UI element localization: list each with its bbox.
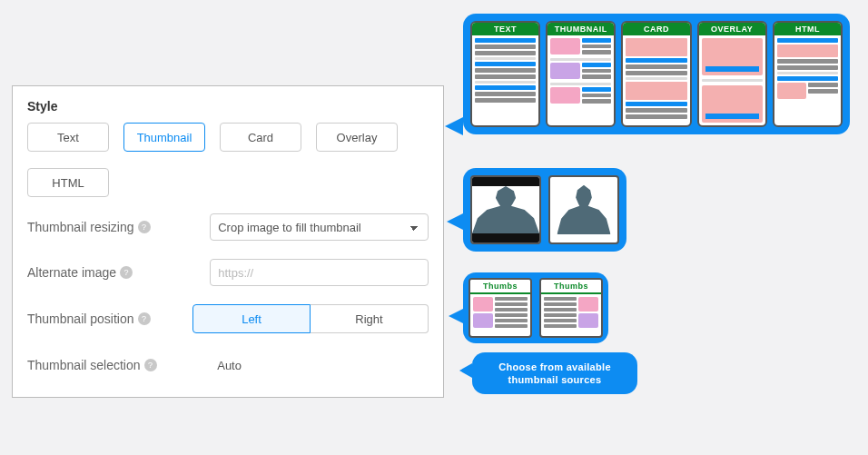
thumbnail-resizing-row: Thumbnail resizing ? Crop image to fill …	[27, 213, 429, 241]
preview-text: TEXT	[470, 21, 540, 127]
position-right-button[interactable]: Right	[311, 304, 429, 333]
style-button-row: Text Thumbnail Card Overlay	[27, 123, 429, 152]
help-icon[interactable]: ?	[138, 312, 151, 325]
style-config-panel: Style Text Thumbnail Card Overlay HTML T…	[12, 85, 444, 398]
thumbnail-selection-label: Thumbnail selection ?	[27, 358, 210, 372]
selection-callout-text: Choose from available thumbnail sources	[481, 361, 628, 387]
selection-callout: Choose from available thumbnail sources	[472, 352, 637, 394]
thumbnail-selection-value[interactable]	[210, 351, 429, 379]
thumbnail-position-row: Thumbnail position ? Left Right	[27, 304, 429, 333]
alternate-image-label: Alternate image ?	[27, 265, 210, 280]
alternate-image-row: Alternate image ?	[27, 259, 429, 286]
thumbnail-position-label: Thumbnail position ?	[27, 312, 192, 326]
style-preview-callout: TEXT THUMBNAIL CARD OVERLAY	[463, 14, 850, 134]
section-title: Style	[27, 99, 429, 114]
help-icon[interactable]: ?	[120, 266, 133, 279]
thumbnail-selection-row: Thumbnail selection ?	[27, 351, 429, 379]
style-option-card[interactable]: Card	[220, 123, 301, 152]
preview-thumbnail: THUMBNAIL	[546, 21, 616, 127]
resizing-preview-callout	[463, 168, 626, 252]
fit-preview	[548, 175, 619, 244]
style-option-overlay[interactable]: Overlay	[316, 123, 398, 152]
thumb-left-preview: Thumbs	[469, 278, 532, 338]
style-button-row-2: HTML	[27, 168, 429, 197]
help-icon[interactable]: ?	[144, 359, 157, 371]
preview-html: HTML	[773, 21, 843, 127]
position-preview-callout: Thumbs Thumbs	[463, 272, 608, 343]
help-icon[interactable]: ?	[138, 221, 151, 233]
thumbnail-position-group: Left Right	[192, 304, 429, 333]
thumbnail-resizing-label: Thumbnail resizing ?	[27, 220, 210, 234]
preview-card: CARD	[621, 21, 691, 127]
crop-preview	[470, 175, 541, 244]
thumbnail-resizing-select[interactable]: Crop image to fill thumbnail	[210, 213, 429, 241]
style-option-text[interactable]: Text	[27, 123, 109, 152]
style-option-html[interactable]: HTML	[27, 168, 109, 197]
style-option-thumbnail[interactable]: Thumbnail	[123, 123, 205, 152]
position-left-button[interactable]: Left	[192, 304, 311, 333]
preview-overlay: OVERLAY	[697, 21, 767, 127]
alternate-image-input[interactable]	[210, 259, 429, 286]
thumb-right-preview: Thumbs	[539, 278, 603, 338]
